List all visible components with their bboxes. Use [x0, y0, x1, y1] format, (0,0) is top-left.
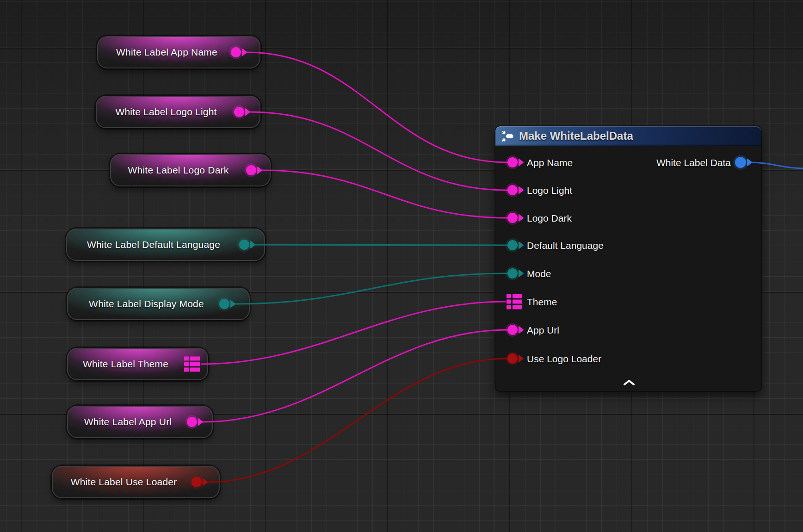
input-pin-label: App Url — [527, 325, 559, 336]
input-pin-label: Mode — [527, 268, 551, 279]
input-row-theme: Theme — [495, 288, 761, 316]
variable-node-label: White Label Logo Dark — [128, 165, 229, 176]
variable-node-white-label-default-language[interactable]: White Label Default Language — [66, 229, 265, 261]
input-pin-label: Logo Dark — [527, 213, 572, 224]
variable-node-white-label-display-mode[interactable]: White Label Display Mode — [67, 288, 250, 320]
make-node-title: Make WhiteLabelData — [519, 130, 633, 142]
make-node-header[interactable]: Make WhiteLabelData — [495, 126, 761, 146]
input-row-logo-light: Logo Light — [495, 177, 761, 204]
variable-node-white-label-app-name[interactable]: White Label App Name — [97, 36, 260, 68]
variable-node-white-label-logo-dark[interactable]: White Label Logo Dark — [110, 154, 271, 186]
input-pin-label: Use Logo Loader — [527, 353, 601, 365]
variable-node-label: White Label Theme — [83, 359, 168, 370]
variable-node-white-label-app-url[interactable]: White Label App Url — [67, 406, 213, 438]
input-row-default-language: Default Language — [495, 232, 761, 260]
input-pin-label: Theme — [527, 297, 557, 308]
variable-node-white-label-use-loader[interactable]: White Label Use Loader — [52, 466, 220, 498]
variable-node-label: White Label Display Mode — [89, 298, 204, 309]
blueprint-graph-canvas[interactable]: White Label App NameWhite Label Logo Lig… — [0, 0, 803, 532]
collapse-pins-chevron[interactable] — [619, 377, 639, 388]
input-pin-label: Logo Light — [527, 185, 572, 196]
variable-node-white-label-theme[interactable]: White Label Theme — [67, 348, 208, 380]
variable-node-label: White Label App Url — [84, 416, 172, 427]
variable-node-label: White Label App Name — [116, 47, 217, 58]
input-row-app-url: App Url — [495, 316, 761, 344]
input-row-logo-dark: Logo Dark — [495, 204, 761, 232]
output-pin-label: White Label Data — [656, 157, 731, 168]
output-row-white-label-data: White Label Data — [495, 149, 761, 177]
input-pin-label: Default Language — [527, 240, 604, 251]
make-node-make-whitelabeldata[interactable]: Make WhiteLabelDataApp NameLogo LightLog… — [495, 126, 762, 392]
variable-node-label: White Label Logo Light — [115, 106, 216, 118]
input-row-mode: Mode — [495, 260, 761, 288]
chevron-up-icon — [623, 379, 635, 386]
input-row-use-logo-loader: Use Logo Loader — [495, 345, 761, 373]
variable-node-white-label-logo-light[interactable]: White Label Logo Light — [96, 96, 260, 128]
node-layer: White Label App NameWhite Label Logo Lig… — [0, 0, 803, 532]
variable-node-label: White Label Default Language — [87, 239, 220, 250]
variable-node-label: White Label Use Loader — [71, 476, 177, 488]
make-struct-icon — [501, 130, 514, 142]
